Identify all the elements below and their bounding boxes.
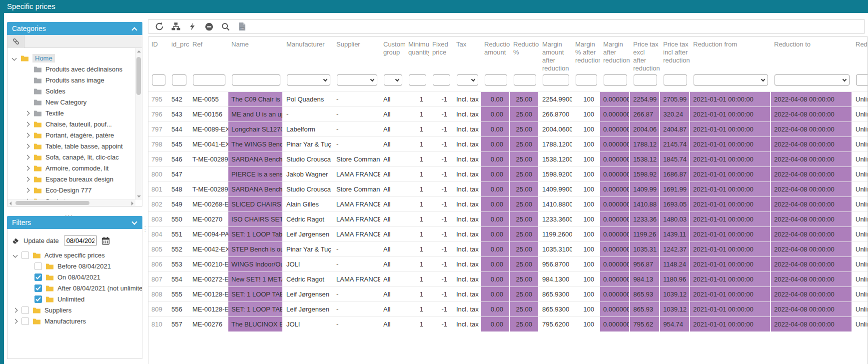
chevron-right-icon[interactable] [25,188,30,193]
sitemap-icon[interactable] [171,22,180,31]
vertical-scrollbar[interactable] [135,48,142,200]
tree-item-on-08-04-2021[interactable]: On 08/04/2021 [11,272,142,282]
scroll-right-icon[interactable] [131,202,133,206]
col-header-name[interactable]: Name [228,36,283,74]
filters-panel-header[interactable]: Filters [7,216,142,229]
col-header-margin_amount[interactable]: Margin amount after reduction [539,36,572,74]
checkbox[interactable] [34,262,42,270]
horizontal-scrollbar-thumb[interactable] [15,201,89,205]
eraser-icon[interactable] [11,236,19,244]
table-row[interactable]: 800547PIERCE is a sensuJakob WagnerLAMA … [148,166,868,182]
col-header-reduction_pct[interactable]: Reduction % [510,36,539,74]
chevron-right-icon[interactable] [25,111,30,116]
col-header-reduction_amount[interactable]: Reduction amount [481,36,510,74]
chevron-right-icon[interactable] [13,308,18,313]
link-tab[interactable] [7,35,24,48]
col-header-supplier[interactable]: Supplier [333,36,380,74]
tree-item-unlimited[interactable]: Unlimited [11,294,142,304]
bolt-icon[interactable] [188,22,197,31]
table-row[interactable]: 796543ME-00156ME and U is an up--All1-1I… [148,106,868,122]
scroll-up-icon[interactable] [137,50,141,52]
filter-input-name[interactable] [232,74,280,86]
tree-item-table-table-basse-appoint[interactable]: Table, table basse, appoint [10,141,142,152]
tree-item-home[interactable]: Home [10,53,142,64]
tree-item-produits-avec-d-clinaisons[interactable]: Produits avec déclinaisons [10,64,142,74]
filter-input-id_prc[interactable] [172,74,186,86]
table-row[interactable]: 805552ME-0042-EXSTEP Bench is ouPinar Ya… [148,242,868,256]
filter-input-margin_pct[interactable] [576,74,597,86]
table-row[interactable]: 806553ME-00210-EWINGS Indoor/OuJOLI-All1… [148,256,868,272]
vertical-scrollbar-thumb[interactable] [136,57,141,95]
col-header-ref[interactable]: Ref [189,36,228,74]
filter-input-reduction_amount[interactable] [485,74,507,86]
tree-item-new-category[interactable]: New Category [10,97,142,108]
table-row[interactable]: 809556ME-00128-ESET: 1 LOOP TABLeif Jørg… [148,302,868,316]
chevron-right-icon[interactable] [25,155,30,160]
col-header-id_prc[interactable]: id_prc [168,36,189,74]
filter-select-tax[interactable] [457,74,478,86]
col-header-red_from[interactable]: Reduction from [853,36,868,74]
col-header-price_excl[interactable]: Price tax excl after reduction [630,36,660,74]
chevron-right-icon[interactable] [25,122,30,127]
chevron-right-icon[interactable] [25,133,30,138]
tree-item-produits-sans-image[interactable]: Produits sans image [10,75,142,86]
checkbox[interactable] [21,252,29,259]
table-row[interactable]: 795542ME-0055The C09 Chair is cPol Quade… [148,92,868,106]
checkbox[interactable] [21,318,29,325]
scroll-left-icon[interactable] [9,202,11,206]
table-row[interactable]: 802549ME-00268-ESLICED CHAIRS SAlain Gil… [148,196,868,212]
tree-item-suppliers[interactable]: Suppliers [11,305,142,316]
filter-input-price_incl[interactable] [664,74,687,86]
filter-select-to[interactable] [775,74,850,86]
search-icon[interactable] [221,22,230,31]
col-header-manufacturer[interactable]: Manufacturer [283,36,333,74]
col-header-id[interactable]: ID [148,36,168,74]
table-row[interactable]: 798545ME-0041-EXThe WINGS BenchPinar Yar… [148,136,868,152]
checkbox[interactable] [34,274,42,281]
chevron-down-icon[interactable] [13,253,18,258]
filter-select-manufacturer[interactable] [287,74,330,86]
minus-circle-icon[interactable] [204,22,213,31]
table-row[interactable]: 799546T-ME-00289SARDANA BenchStudio Crou… [148,152,868,166]
checkbox[interactable] [21,306,29,314]
update-date-input[interactable] [64,235,97,246]
table-row[interactable]: 810557ME-00276The BLUCINOX BJOLI-All1-1I… [148,316,868,332]
table-row[interactable]: 797544ME-0089-EXLongchair SL1270Labelfor… [148,122,868,136]
chevron-right-icon[interactable] [25,177,30,182]
tree-item-textile[interactable]: Textile [10,108,142,118]
chevron-right-icon[interactable] [25,144,30,149]
tree-item-portant-tag-re-pat-re[interactable]: Portant, étagère, patère [10,130,142,140]
filter-input-red_from[interactable] [856,74,868,86]
scroll-down-icon[interactable] [137,196,141,198]
table-row[interactable]: 801548T-ME-00289SARDANA Bench:Studio Cro… [148,182,868,196]
tree-item-chaise-fauteuil-pouf[interactable]: Chaise, fauteuil, pouf... [10,119,142,130]
col-header-min_qty[interactable]: Minimum quantity [405,36,429,74]
checkbox[interactable] [34,284,42,292]
tree-item-soldes[interactable]: Soldes [10,86,142,96]
tree-item-armoire-commode-lit[interactable]: Armoire, commode, lit [10,163,142,174]
categories-panel-header[interactable]: Categories [7,22,142,35]
col-header-price_incl[interactable]: Price tax incl after reduction [660,36,690,74]
filter-input-margin_after[interactable] [604,74,627,86]
filter-input-fixed_price[interactable] [433,74,450,86]
csv-export-icon[interactable]: csv [237,22,246,31]
filter-select-group[interactable] [384,74,402,86]
refresh-icon[interactable] [155,22,164,31]
tree-item-after-08-04-2021-not-unlimited[interactable]: After 08/04/2021 (not unlimited) [11,283,142,294]
col-header-margin_pct[interactable]: Margin % after reduction [572,36,600,74]
tree-item-eco-design-777[interactable]: Eco-Design 777 [10,185,142,196]
col-header-margin_after[interactable]: Margin after reduction [600,36,630,74]
checkbox[interactable] [34,296,42,303]
filter-select-from[interactable] [694,74,768,86]
col-header-group[interactable]: Custom group [380,36,405,74]
col-header-tax[interactable]: Tax [453,36,481,74]
table-row[interactable]: 803550ME-00270ISO CHAIRS SET:Cédric Rago… [148,212,868,226]
tree-item-before-08-04-2021[interactable]: Before 08/04/2021 [11,261,142,272]
tree-item-manufacturers[interactable]: Manufacturers [11,316,142,326]
chevron-down-icon[interactable] [12,56,17,61]
table-row[interactable]: 807554ME-00272-ENew SET! 1 METACédric Ra… [148,272,868,286]
filter-input-min_qty[interactable] [409,74,426,86]
filter-input-ref[interactable] [193,74,225,86]
col-header-from[interactable]: Reduction from [690,36,771,74]
table-row[interactable]: 804551ME-0094-PASET: 1 LOOP TablLeif Jør… [148,226,868,242]
